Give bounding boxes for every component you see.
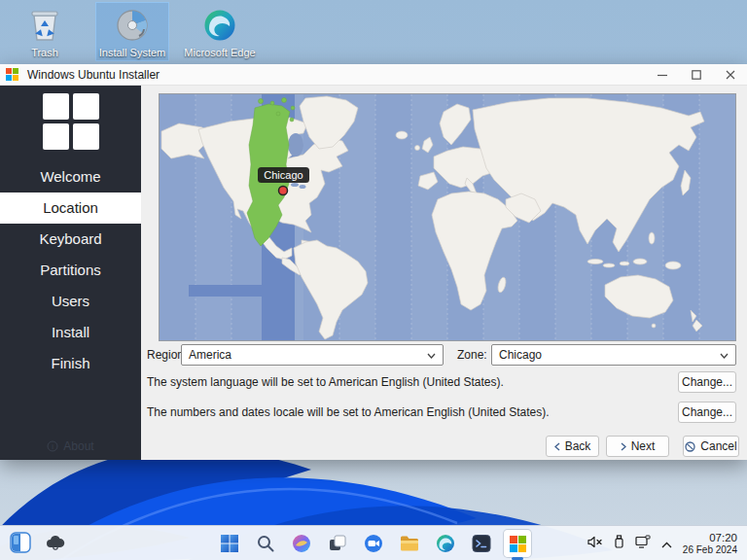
desktop-icon-install-system[interactable]: Install System <box>95 2 169 61</box>
language-text: The system language will be set to Ameri… <box>147 372 504 393</box>
location-page: Chicago Region: America Zone: Chicago Th… <box>141 86 747 460</box>
terminal-icon[interactable] <box>468 530 495 557</box>
tray-chevron-up-icon[interactable] <box>661 535 672 552</box>
change-language-button[interactable]: Change... <box>678 371 736 393</box>
zone-select[interactable]: Chicago <box>491 344 736 366</box>
window-title: Windows Ubuntu Installer <box>27 68 160 82</box>
installer-sidebar: Welcome Location Keyboard Partitions Use… <box>0 86 141 460</box>
chevron-right-icon <box>621 442 626 451</box>
change-language-label: Change... <box>682 375 732 389</box>
cancel-icon <box>685 441 695 452</box>
sidebar-item-partitions[interactable]: Partitions <box>0 255 141 286</box>
start-button-icon[interactable] <box>216 530 243 557</box>
file-explorer-icon[interactable] <box>396 530 423 557</box>
taskbar-clock[interactable]: 07:20 26 Feb 2024 <box>683 532 741 556</box>
maximize-icon[interactable] <box>679 64 713 86</box>
trash-icon <box>25 6 64 45</box>
widgets-icon[interactable] <box>10 532 31 557</box>
back-button[interactable]: Back <box>546 436 599 457</box>
installer-taskbar-icon[interactable] <box>504 530 531 557</box>
volume-muted-icon[interactable] <box>587 535 603 552</box>
zone-value: Chicago <box>499 348 542 362</box>
sidebar-item-users[interactable]: Users <box>0 286 141 317</box>
usb-icon[interactable] <box>614 535 624 552</box>
next-label: Next <box>631 439 656 453</box>
desktop-icon-trash[interactable]: Trash <box>8 2 82 61</box>
window-controls <box>645 64 747 86</box>
chevron-down-icon <box>720 353 729 359</box>
sidebar-item-welcome[interactable]: Welcome <box>0 161 141 192</box>
sidebar-item-location[interactable]: Location <box>0 192 141 224</box>
change-locale-label: Change... <box>682 405 732 419</box>
desktop-icons: Trash Install System <box>8 2 257 61</box>
change-locale-button[interactable]: Change... <box>678 402 736 423</box>
chevron-left-icon <box>554 442 560 451</box>
cancel-label: Cancel <box>700 439 736 453</box>
about-button[interactable]: i About <box>0 439 141 453</box>
sidebar-item-finish[interactable]: Finish <box>0 348 141 379</box>
install-system-icon <box>113 6 152 45</box>
desktop-icon-label: Install System <box>99 47 165 58</box>
region-select[interactable]: America <box>181 344 444 366</box>
display-icon[interactable] <box>635 535 651 552</box>
minimize-icon[interactable] <box>645 64 679 86</box>
titlebar[interactable]: Windows Ubuntu Installer <box>0 64 747 86</box>
map-tooltip: Chicago <box>258 167 309 183</box>
locale-text: The numbers and dates locale will be set… <box>147 402 550 423</box>
clock-date: 26 Feb 2024 <box>683 544 737 556</box>
clock-time: 07:20 <box>683 532 737 544</box>
desktop-icon-label: Trash <box>31 47 58 58</box>
taskbar: 07:20 26 Feb 2024 <box>0 525 747 560</box>
region-value: America <box>189 348 231 362</box>
sidebar-item-keyboard[interactable]: Keyboard <box>0 224 141 255</box>
back-label: Back <box>565 439 591 453</box>
chevron-down-icon <box>427 353 436 359</box>
zone-label: Zone: <box>457 344 487 366</box>
weather-cloud-icon[interactable] <box>45 534 66 555</box>
close-icon[interactable] <box>713 64 747 86</box>
task-view-icon[interactable] <box>324 530 351 557</box>
timezone-map[interactable]: Chicago <box>159 93 736 341</box>
desktop-icon-label: Microsoft Edge <box>184 47 255 58</box>
desktop: Trash Install System <box>0 0 747 560</box>
edge-taskbar-icon[interactable] <box>432 530 459 557</box>
window-logo-icon <box>6 68 18 81</box>
search-icon[interactable] <box>252 530 279 557</box>
copilot-icon[interactable] <box>288 530 315 557</box>
system-tray: 07:20 26 Feb 2024 <box>587 526 741 560</box>
installer-logo-icon <box>43 93 99 150</box>
chicago-marker <box>279 187 288 195</box>
cancel-button[interactable]: Cancel <box>683 436 739 457</box>
installer-window: Windows Ubuntu Installer Welcome Locatio… <box>0 64 747 460</box>
map-tooltip-label: Chicago <box>264 169 302 181</box>
about-label: About <box>63 439 93 453</box>
sidebar-item-install[interactable]: Install <box>0 317 141 348</box>
info-icon: i <box>47 440 58 452</box>
svg-text:i: i <box>52 442 53 451</box>
next-button[interactable]: Next <box>606 436 669 457</box>
chat-icon[interactable] <box>360 530 387 557</box>
microsoft-edge-icon <box>200 6 239 45</box>
desktop-icon-edge[interactable]: Microsoft Edge <box>183 2 257 61</box>
